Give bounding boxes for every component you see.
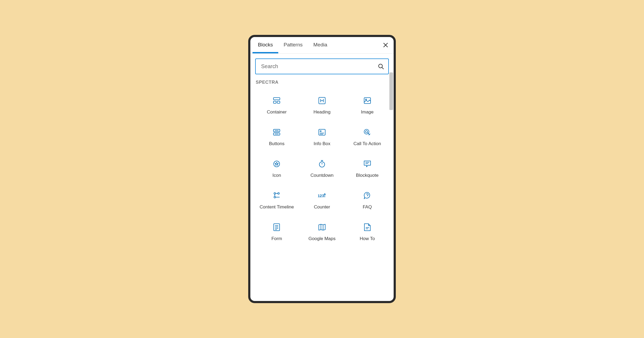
block-label: Heading (313, 109, 330, 115)
image-icon (363, 96, 372, 105)
block-label: Google Maps (308, 236, 335, 242)
container-icon (272, 96, 281, 105)
block-faq[interactable]: FAQ (346, 186, 389, 215)
block-blockquote[interactable]: Blockquote (346, 155, 389, 183)
panel-content: SPECTRA Container Heading Image Buttons … (250, 54, 394, 300)
block-label: How To (360, 236, 375, 242)
block-label: Countdown (310, 172, 334, 178)
svg-point-13 (274, 161, 280, 167)
block-countdown[interactable]: Countdown (301, 155, 344, 183)
block-cta[interactable]: Call To Action (346, 123, 389, 152)
blockquote-icon (363, 160, 372, 168)
block-label: Blockquote (356, 172, 379, 178)
svg-rect-1 (273, 98, 280, 100)
buttons-icon (272, 128, 281, 137)
close-button[interactable] (382, 42, 389, 48)
block-icon[interactable]: Icon (255, 155, 298, 183)
cta-icon (363, 128, 372, 137)
block-label: Buttons (269, 141, 285, 147)
counter-icon: 123 (318, 191, 326, 200)
block-maps[interactable]: Google Maps (301, 218, 344, 247)
block-container[interactable]: Container (255, 91, 298, 120)
tabs-header: Blocks Patterns Media (250, 37, 394, 54)
block-buttons[interactable]: Buttons (255, 123, 298, 152)
maps-icon (318, 223, 326, 232)
block-label: Container (267, 109, 287, 115)
svg-rect-2 (273, 101, 276, 103)
scrollbar-thumb[interactable] (389, 72, 393, 110)
block-infobox[interactable]: Info Box (301, 123, 344, 152)
block-counter[interactable]: 123 Counter (301, 186, 344, 215)
infobox-icon (318, 128, 326, 137)
search-container (255, 58, 389, 74)
block-label: Icon (272, 172, 281, 178)
svg-point-15 (274, 193, 276, 194)
svg-point-6 (365, 99, 367, 100)
close-icon (383, 42, 388, 48)
faq-icon (363, 191, 372, 200)
block-howto[interactable]: How To (346, 218, 389, 247)
block-label: Counter (314, 204, 330, 210)
block-label: Call To Action (353, 141, 381, 147)
inserter-panel: Blocks Patterns Media SPECTRA Container … (248, 35, 396, 303)
svg-point-10 (320, 131, 321, 132)
icon-icon (272, 160, 281, 168)
form-icon (272, 223, 281, 232)
howto-icon (363, 223, 372, 232)
block-form[interactable]: Form (255, 218, 298, 247)
search-input[interactable] (255, 58, 389, 74)
block-label: Image (361, 109, 374, 115)
block-label: Form (271, 236, 282, 242)
timeline-icon (272, 191, 281, 200)
block-label: Info Box (314, 141, 330, 147)
svg-point-17 (274, 196, 276, 198)
svg-rect-3 (277, 101, 280, 103)
svg-point-16 (278, 193, 279, 194)
blocks-grid: Container Heading Image Buttons Info Box (255, 91, 389, 247)
block-timeline[interactable]: Content Timeline (255, 186, 298, 215)
block-image[interactable]: Image (346, 91, 389, 120)
tab-media[interactable]: Media (308, 37, 333, 53)
tab-patterns[interactable]: Patterns (278, 37, 308, 53)
svg-text:123: 123 (318, 194, 324, 198)
category-heading: SPECTRA (256, 80, 389, 85)
search-icon (378, 64, 384, 69)
heading-icon (318, 96, 326, 105)
svg-point-12 (365, 131, 368, 133)
tab-blocks[interactable]: Blocks (253, 37, 278, 53)
block-label: FAQ (363, 204, 372, 210)
block-heading[interactable]: Heading (301, 91, 344, 120)
svg-rect-5 (364, 98, 371, 104)
countdown-icon (318, 160, 326, 168)
block-label: Content Timeline (260, 204, 294, 210)
